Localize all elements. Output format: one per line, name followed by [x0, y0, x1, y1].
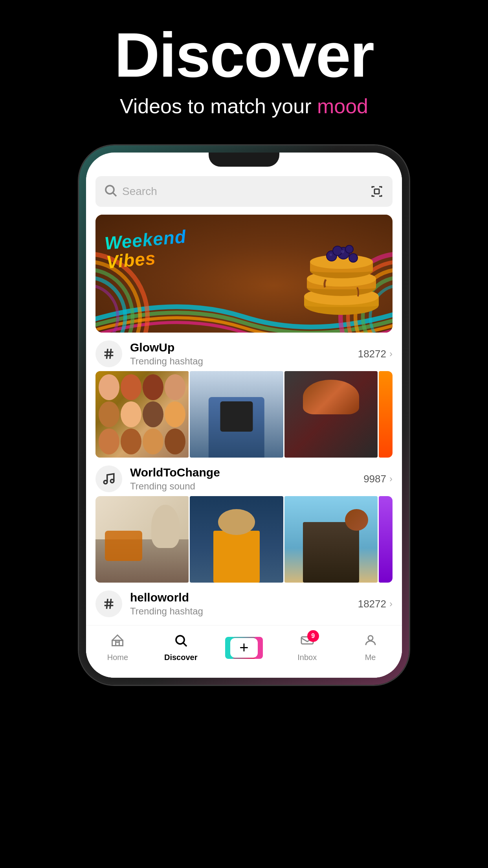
banner-section[interactable]: Weekend Vibes: [95, 215, 393, 333]
chevron-icon: ›: [389, 348, 393, 359]
svg-point-35: [104, 480, 107, 484]
chevron-icon-2: ›: [389, 473, 393, 484]
worldtochange-video-grid: [95, 496, 393, 583]
hashtag-icon-glowup: [95, 340, 122, 367]
glowup-video-grid: [95, 371, 393, 458]
search-icon: [103, 183, 117, 200]
svg-point-28: [346, 246, 353, 253]
phone-outer: Search: [79, 145, 409, 685]
worldtochange-info: WorldToChange Trending sound: [130, 466, 356, 492]
video-thumb-person1[interactable]: [190, 371, 283, 458]
home-label: Home: [107, 653, 128, 662]
svg-rect-2: [374, 189, 379, 194]
helloworld-name: helloworld: [130, 591, 350, 604]
glowup-count: 18272 ›: [358, 348, 393, 360]
subtitle-prefix: Videos to match your: [120, 95, 317, 118]
video-thumb-couch[interactable]: [95, 496, 189, 583]
inbox-wrapper: 9: [300, 633, 314, 651]
svg-line-33: [106, 349, 108, 359]
create-plus-button[interactable]: +: [228, 637, 260, 659]
nav-item-home[interactable]: Home: [86, 633, 149, 662]
svg-point-44: [368, 636, 373, 640]
discover-search-icon: [174, 633, 188, 651]
video-thumb-basketball[interactable]: [284, 496, 378, 583]
helloworld-label: Trending hashtag: [130, 606, 350, 617]
scan-icon[interactable]: [369, 184, 385, 199]
nav-item-discover[interactable]: Discover: [149, 633, 213, 662]
home-icon: [110, 633, 125, 651]
worldtochange-label: Trending sound: [130, 481, 356, 492]
worldtochange-count: 9987 ›: [363, 473, 393, 485]
phone-notch: [209, 153, 279, 167]
inbox-label: Inbox: [297, 653, 317, 662]
svg-point-36: [110, 479, 114, 483]
video-thumb-makeup[interactable]: [95, 371, 189, 458]
worldtochange-name: WorldToChange: [130, 466, 356, 479]
glowup-label: Trending hashtag: [130, 356, 350, 367]
discover-label: Discover: [164, 653, 198, 662]
inbox-badge: 9: [307, 630, 319, 642]
hero-title: Discover: [0, 24, 488, 86]
trending-item-worldtochange[interactable]: WorldToChange Trending sound 9987 ›: [86, 458, 402, 496]
phone-mockup: Search: [79, 145, 409, 685]
screen-content: Search: [86, 167, 402, 678]
svg-point-0: [106, 186, 114, 194]
hero-section: Discover Videos to match your mood: [0, 0, 488, 130]
glowup-info: GlowUp Trending hashtag: [130, 341, 350, 367]
search-placeholder: Search: [122, 185, 364, 198]
svg-line-39: [106, 599, 108, 609]
video-thumb-purple[interactable]: [379, 496, 393, 583]
me-label: Me: [365, 653, 376, 662]
hashtag-icon-helloworld: [95, 590, 122, 617]
video-thumb-orange[interactable]: [379, 371, 393, 458]
helloworld-count: 18272 ›: [358, 598, 393, 610]
svg-line-34: [110, 349, 111, 359]
video-thumb-street[interactable]: [190, 496, 283, 583]
nav-item-inbox[interactable]: 9 Inbox: [275, 633, 339, 662]
chevron-icon-3: ›: [389, 598, 393, 609]
search-bar[interactable]: Search: [95, 176, 393, 207]
svg-point-30: [341, 250, 344, 253]
subtitle-mood: mood: [317, 95, 368, 118]
svg-point-24: [349, 254, 357, 262]
svg-point-42: [176, 636, 184, 644]
svg-line-43: [183, 643, 187, 646]
helloworld-info: helloworld Trending hashtag: [130, 591, 350, 617]
hero-subtitle: Videos to match your mood: [0, 94, 488, 118]
trending-item-helloworld[interactable]: helloworld Trending hashtag 18272 ›: [86, 583, 402, 621]
svg-point-26: [333, 246, 342, 255]
nav-item-create[interactable]: +: [213, 637, 276, 659]
person-icon: [363, 633, 378, 651]
pancake-illustration: [298, 219, 385, 329]
music-icon-worldtochange: [95, 465, 122, 492]
svg-point-29: [330, 254, 332, 256]
svg-rect-41: [112, 640, 123, 646]
svg-line-1: [113, 193, 116, 196]
bottom-nav: Home Discover: [86, 625, 402, 678]
video-thumb-person2[interactable]: [284, 371, 378, 458]
svg-line-40: [110, 599, 111, 609]
banner-text: Weekend Vibes: [105, 230, 187, 268]
phone-screen: Search: [86, 153, 402, 678]
nav-item-me[interactable]: Me: [339, 633, 402, 662]
trending-item-glowup[interactable]: GlowUp Trending hashtag 18272 ›: [86, 333, 402, 371]
glowup-name: GlowUp: [130, 341, 350, 354]
